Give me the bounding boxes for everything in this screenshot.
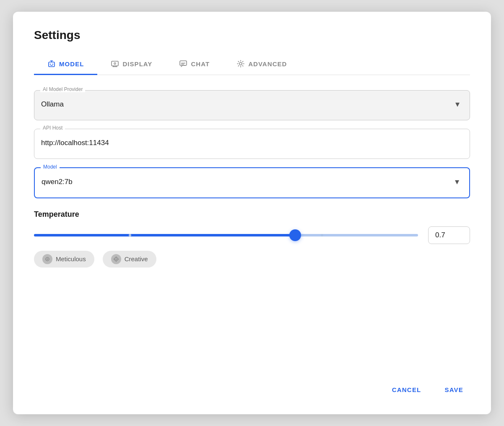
advanced-icon <box>236 60 245 68</box>
model-legend: Model <box>41 164 60 170</box>
creative-icon <box>111 254 121 264</box>
svg-rect-3 <box>112 61 118 66</box>
preset-creative-button[interactable]: Creative <box>103 251 156 268</box>
display-icon <box>111 60 119 68</box>
tab-chat-label: CHAT <box>191 60 210 68</box>
tab-display-label: DISPLAY <box>122 60 152 68</box>
svg-point-2 <box>52 64 53 65</box>
tab-advanced-label: ADVANCED <box>248 60 287 68</box>
cancel-button[interactable]: CANCEL <box>385 382 428 397</box>
temperature-value-box: 0.7 <box>428 226 470 244</box>
api-host-legend: API Host <box>40 125 65 131</box>
svg-point-1 <box>50 64 51 65</box>
api-host-field-group: API Host <box>34 129 470 159</box>
model-select[interactable]: qwen2:7b <box>42 173 462 186</box>
chat-icon <box>179 60 187 68</box>
tab-display[interactable]: DISPLAY <box>97 55 166 75</box>
preset-meticulous-button[interactable]: Meticulous <box>34 251 94 268</box>
svg-point-6 <box>239 62 242 65</box>
settings-dialog: Settings MODEL <box>13 12 491 414</box>
svg-rect-0 <box>49 62 55 67</box>
meticulous-icon <box>42 254 52 264</box>
api-host-input[interactable] <box>41 134 463 147</box>
svg-point-9 <box>115 258 117 260</box>
temperature-label: Temperature <box>34 210 470 219</box>
temperature-row: 0.7 <box>34 226 470 244</box>
save-button[interactable]: SAVE <box>438 382 470 397</box>
temperature-section: Temperature 0.7 <box>34 210 470 268</box>
tab-model-label: MODEL <box>59 60 84 68</box>
preset-row: Meticulous Creative <box>34 251 470 268</box>
dialog-footer: CANCEL SAVE <box>34 365 470 397</box>
temperature-slider-container <box>34 228 418 243</box>
svg-point-4 <box>114 63 116 65</box>
provider-legend: AI Model Provider <box>40 86 85 92</box>
model-field-group: Model qwen2:7b ▾ <box>34 167 470 198</box>
preset-meticulous-label: Meticulous <box>56 255 86 262</box>
provider-select[interactable]: Ollama <box>41 95 463 108</box>
svg-point-7 <box>47 258 48 260</box>
provider-select-wrapper: Ollama ▾ <box>41 95 463 108</box>
tab-model[interactable]: MODEL <box>34 55 97 75</box>
model-icon <box>47 60 56 68</box>
dialog-title: Settings <box>34 29 470 42</box>
tabs-bar: MODEL DISPLAY <box>34 55 470 75</box>
tab-chat[interactable]: CHAT <box>166 55 223 75</box>
model-select-wrapper: qwen2:7b ▾ <box>42 173 462 186</box>
tab-advanced[interactable]: ADVANCED <box>223 55 300 75</box>
preset-creative-label: Creative <box>125 255 148 262</box>
provider-field-group: AI Model Provider Ollama ▾ <box>34 90 470 120</box>
